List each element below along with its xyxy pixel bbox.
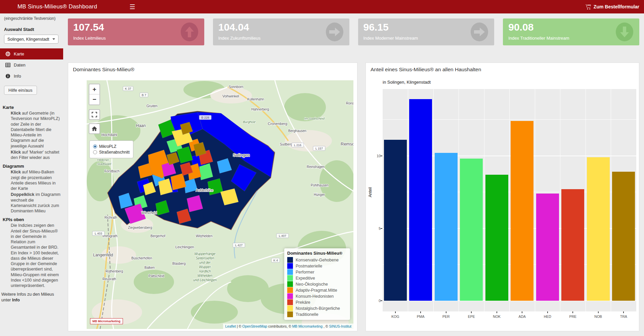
zoom-out-button[interactable]: − xyxy=(89,94,99,104)
attribution-link[interactable]: Leaflet xyxy=(225,324,236,328)
bar-KOG[interactable] xyxy=(384,140,407,301)
layer-option-mikroplz[interactable]: MikroPLZ xyxy=(93,144,130,149)
legend-item: Prekäre xyxy=(287,299,347,305)
layer-option-label: MikroPLZ xyxy=(99,144,116,149)
x-axis-tick xyxy=(623,311,624,313)
layer-option-straßenabschnitt[interactable]: Straßenabschnitt xyxy=(93,150,130,155)
svg-text:Bergerhof: Bergerhof xyxy=(151,234,165,238)
arrow-up-circle-icon xyxy=(180,22,199,42)
legend-item: Performer xyxy=(287,269,347,275)
layer-selector: MikroPLZStraßenabschnitt xyxy=(89,140,133,158)
kpi-card-1: 107.54Index Leitmilieus xyxy=(68,18,204,45)
order-form-label: Zum Bestellformular xyxy=(594,4,639,9)
x-axis-tick-label: NOK xyxy=(493,314,501,319)
svg-text:Cronenberg: Cronenberg xyxy=(268,122,287,126)
bar-NOK[interactable] xyxy=(485,175,508,301)
help-section-heading: Diagramm xyxy=(3,164,60,169)
bar-HED[interactable] xyxy=(536,194,559,301)
fullscreen-button[interactable] xyxy=(89,109,100,120)
gridline-vertical xyxy=(484,89,484,311)
kpi-row: 107.54Index Leitmilieus104.04Index Zukun… xyxy=(68,18,639,45)
bar-PRE[interactable] xyxy=(561,189,584,301)
help-section-heading: KPIs oben xyxy=(3,217,60,222)
home-button[interactable] xyxy=(89,123,100,134)
svg-text:Ziegwebersberg: Ziegwebersberg xyxy=(128,226,152,229)
svg-text:Wupperhänge: Wupperhänge xyxy=(195,252,216,256)
x-axis-tick xyxy=(420,311,421,313)
map-legend: Dominantes Sinus-Milieu® Konservativ-Geh… xyxy=(284,248,350,320)
hamburger-menu-icon[interactable]: ☰ xyxy=(129,4,135,10)
svg-text:Pattscheid: Pattscheid xyxy=(148,274,164,278)
legend-label: Neo-Ökologische xyxy=(296,282,328,287)
footer-note: Weitere Infos zu den Milieus unter Info xyxy=(1,292,62,303)
x-axis-tick xyxy=(471,311,472,313)
legend-color-chip xyxy=(287,263,293,269)
svg-text:Sudberg: Sudberg xyxy=(280,142,293,146)
attribution-link[interactable]: SINUS-Institut xyxy=(329,324,351,328)
legend-item: Nostalgisch-Bürgerliche xyxy=(287,305,347,311)
x-axis-tick-label: NOB xyxy=(594,314,602,319)
svg-text:Berghausen: Berghausen xyxy=(288,129,306,133)
sidebar-item-info[interactable]: Info xyxy=(0,71,63,82)
legend-item: Postmaterielle xyxy=(287,263,347,269)
x-axis-tick-label: PER xyxy=(442,314,450,319)
gridline-vertical xyxy=(611,89,611,311)
sidebar-item-label: Info xyxy=(14,74,21,79)
kpi-card-2: 104.04Index Zukunftsmilieus xyxy=(213,18,349,45)
arrow-down-circle-icon xyxy=(615,22,634,42)
order-form-button[interactable]: Zum Bestellformular xyxy=(586,4,639,9)
city-select-value: Solingen, Klingenstadt xyxy=(7,37,49,42)
bar-PMA[interactable] xyxy=(409,99,432,301)
svg-text:Reusrath: Reusrath xyxy=(102,277,116,281)
x-axis-tick xyxy=(598,311,599,313)
gridline-vertical xyxy=(535,89,535,311)
zoom-in-button[interactable]: + xyxy=(89,84,99,94)
svg-text:B 7: B 7 xyxy=(142,93,146,97)
leaflet-map[interactable]: SonnbornVohwinkelKüllenhahnRonsdorfHahne… xyxy=(87,80,353,329)
info-icon xyxy=(5,74,10,79)
attribution-link[interactable]: OpenStreetMap xyxy=(242,324,267,328)
fullscreen-icon xyxy=(92,112,97,117)
legend-color-chip xyxy=(287,281,293,287)
svg-text:L 403: L 403 xyxy=(95,232,102,235)
legend-item: Expeditive xyxy=(287,275,347,281)
help-toggle-button[interactable]: Hilfe ein/aus xyxy=(4,86,37,95)
city-select[interactable]: Solingen, Klingenstadt xyxy=(4,35,58,44)
sidebar-item-karte[interactable]: Karte xyxy=(0,48,63,59)
plot-panel: 0510KOGPMAPEREPENOKADAHEDPRENOBTRA xyxy=(383,89,636,311)
bar-EPE[interactable] xyxy=(460,159,483,301)
svg-text:L 216: L 216 xyxy=(294,143,301,147)
bar-PER[interactable] xyxy=(435,153,458,301)
y-axis-tick-label: 10 xyxy=(371,154,381,158)
help-text: KarteKlick auf Geometrie (in Testversion… xyxy=(0,95,63,288)
gridline-vertical xyxy=(560,89,560,311)
x-axis-tick xyxy=(572,311,573,313)
svg-text:Gruiten: Gruiten xyxy=(146,104,158,108)
help-section-heading: Karte xyxy=(3,105,60,110)
map-panel-title: Dominantes Sinus-Milieu® xyxy=(73,67,134,73)
road-label: L 157 xyxy=(313,146,325,151)
svg-text:Pohlhausen: Pohlhausen xyxy=(311,183,329,187)
attribution-link[interactable]: MB Micromarketing xyxy=(292,324,323,328)
legend-label: Postmaterielle xyxy=(296,264,322,268)
legend-item: Traditionelle xyxy=(287,311,347,317)
city-select-label: Auswahl Stadt xyxy=(0,22,63,33)
sidebar-item-daten[interactable]: Daten xyxy=(0,59,63,71)
bar-ADA[interactable] xyxy=(511,121,533,301)
svg-text:Stadtwald: Stadtwald xyxy=(97,162,111,166)
svg-text:B 228: B 228 xyxy=(201,116,209,119)
bar-NOB[interactable] xyxy=(587,157,610,301)
map-zoom-control: + − xyxy=(89,84,100,105)
svg-text:K 4: K 4 xyxy=(273,259,278,262)
micromarketing-logo: MB Micromarketing xyxy=(90,318,123,324)
svg-text:Withelden: Withelden xyxy=(198,274,213,278)
gridline-vertical xyxy=(586,89,586,311)
legend-item: Adaptiv-Pragmat.Mitte xyxy=(287,287,347,293)
gridline-vertical xyxy=(509,89,510,311)
svg-text:Hildener: Hildener xyxy=(97,158,109,162)
bar-TRA[interactable] xyxy=(612,172,635,301)
svg-text:Im Saalscheid: Im Saalscheid xyxy=(304,117,325,120)
legend-label: Konservativ-Gehobene xyxy=(296,258,339,262)
map-legend-rows: Konservativ-GehobenePostmateriellePerfor… xyxy=(287,257,347,317)
arrow-right-circle-icon xyxy=(325,22,344,42)
